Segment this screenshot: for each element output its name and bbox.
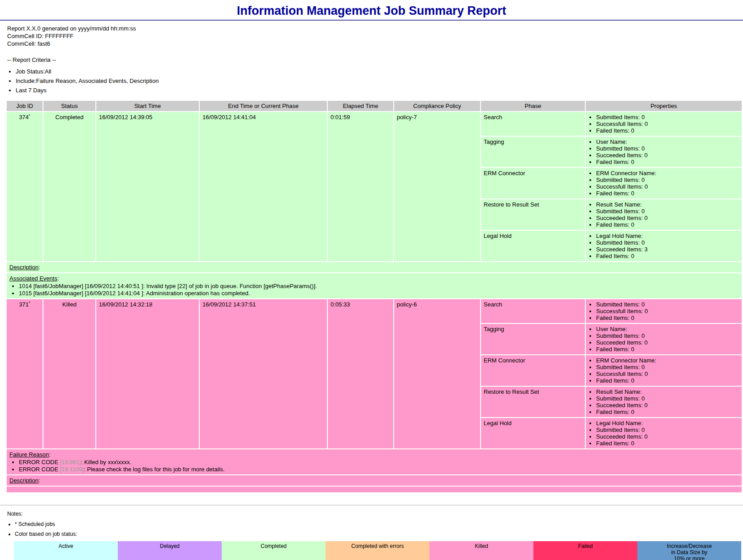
error-code-value: [19:1109] (60, 466, 84, 473)
event-item: 1015 [fast6/JobManager] [16/09/2012 14:4… (19, 290, 739, 297)
note-item: Color based on job status: (15, 531, 743, 537)
phase-cell: Tagging (481, 324, 585, 354)
property-item: Result Set Name: (596, 388, 739, 395)
end-time-cell: 16/09/2012 14:41:04 (200, 112, 327, 261)
property-item: ERM Connector Name: (596, 170, 739, 177)
property-item: User Name: (596, 326, 739, 332)
property-item: Succeeded Items: 0 (596, 402, 739, 409)
properties-list: ERM Connector Name:Submitted Items: 0Suc… (596, 170, 739, 197)
properties-cell: Legal Hold Name:Submitted Items: 0Succee… (586, 231, 742, 261)
failure-item: ERROR CODE [19:1109]: Please check the l… (19, 466, 739, 473)
property-item: Successfull Items: 0 (596, 308, 739, 314)
properties-cell: ERM Connector Name:Submitted Items: 0Suc… (586, 355, 742, 386)
property-item: ERM Connector Name: (596, 357, 739, 364)
property-item: Submitted Items: 0 (596, 145, 739, 152)
job-row-371: 371* Killed 16/09/2012 14:32:18 16/09/20… (7, 299, 742, 323)
failure-reason-band: Failure Reason: ERROR CODE [19:861]: Kil… (7, 449, 742, 474)
col-header-compliance-policy: Compliance Policy (394, 101, 480, 111)
legend-box-completed-with-errors: Completed with errors (326, 541, 429, 560)
error-message: : Please check the log files for this jo… (84, 466, 224, 473)
empty-band (7, 487, 742, 492)
report-criteria-list: Job Status:AllInclude:Failure Reason, As… (16, 69, 743, 93)
job-id-value: 371 (19, 301, 29, 308)
property-item: Submitted Items: 0 (596, 208, 739, 215)
properties-cell: ERM Connector Name:Submitted Items: 0Suc… (586, 168, 742, 198)
description-label: Description (9, 477, 39, 484)
phase-cell: Legal Hold (481, 231, 585, 261)
property-item: Succeeded Items: 0 (596, 339, 739, 346)
job-id-value: 374 (19, 114, 29, 121)
elapsed-time-cell: 0:05:33 (328, 299, 393, 448)
properties-list: Result Set Name:Submitted Items: 0Succee… (596, 388, 739, 415)
property-item: Failed Items: 0 (596, 190, 739, 197)
error-message: : Killed by xxx\xxxx. (81, 459, 132, 465)
report-version-line: Report X.X.0 generated on yyyy/mm/dd hh:… (7, 25, 743, 32)
label-colon: : (49, 451, 51, 458)
report-meta: Report X.X.0 generated on yyyy/mm/dd hh:… (7, 25, 743, 47)
properties-cell: User Name:Submitted Items: 0Succeeded It… (586, 324, 742, 354)
event-item: 1014 [fast6/JobManager] [16/09/2012 14:4… (19, 283, 739, 290)
description-row: Description: (7, 475, 742, 486)
property-item: Successfull Items: 0 (596, 370, 739, 377)
property-item: Submitted Items: 0 (596, 114, 739, 121)
associated-events-row: Associated Events: 1014 [fast6/JobManage… (7, 273, 742, 298)
properties-cell: Result Set Name:Submitted Items: 0Succee… (586, 387, 742, 417)
properties-cell: Result Set Name:Submitted Items: 0Succee… (586, 199, 742, 230)
legend-box-data-size-change: Increase/Decrease in Data Size by 10% or… (637, 541, 741, 560)
col-header-job-id: Job ID (7, 101, 43, 111)
notes-divider (0, 505, 743, 505)
property-item: User Name: (596, 138, 739, 145)
property-item: Failed Items: 0 (596, 377, 739, 384)
property-item: Failed Items: 0 (596, 127, 739, 134)
col-header-phase: Phase (481, 101, 585, 111)
notes-list: * Scheduled jobsColor based on job statu… (15, 521, 743, 537)
col-header-elapsed-time: Elapsed Time (328, 101, 393, 111)
failure-reason-list: ERROR CODE [19:861]: Killed by xxx\xxxx.… (19, 459, 739, 473)
properties-list: Legal Hold Name:Submitted Items: 0Succee… (596, 233, 739, 259)
failure-item: ERROR CODE [19:861]: Killed by xxx\xxxx. (19, 459, 739, 466)
scheduled-marker: * (29, 301, 30, 305)
property-item: Successfull Items: 0 (596, 121, 739, 127)
phase-cell: ERM Connector (481, 168, 585, 198)
criteria-item: Include:Failure Reason, Associated Event… (16, 78, 743, 84)
label-colon: : (39, 264, 40, 271)
phase-cell: Restore to Result Set (481, 199, 585, 230)
label-colon: : (57, 275, 59, 282)
property-item: Submitted Items: 0 (596, 395, 739, 402)
legend-box-failed: Failed (533, 541, 637, 560)
job-id-cell: 371* (7, 299, 43, 448)
spacer-row (7, 487, 742, 492)
compliance-policy-cell: policy-7 (394, 112, 480, 261)
legend-box-delayed: Delayed (118, 541, 222, 560)
status-cell: Completed (43, 112, 95, 261)
end-time-cell: 16/09/2012 14:37:51 (200, 299, 327, 448)
status-cell: Killed (43, 299, 95, 448)
scheduled-marker: * (29, 113, 30, 118)
property-item: Legal Hold Name: (596, 420, 739, 426)
associated-events-label: Associated Events (9, 275, 57, 282)
error-code-value: [19:861] (60, 459, 81, 465)
properties-cell: Submitted Items: 0Successfull Items: 0Fa… (586, 112, 742, 136)
properties-list: Submitted Items: 0Successfull Items: 0Fa… (596, 114, 739, 134)
start-time-cell: 16/09/2012 14:39:05 (96, 112, 199, 261)
description-row: Description: (7, 262, 742, 272)
job-id-cell: 374* (7, 112, 43, 261)
compliance-policy-cell: policy-6 (394, 299, 480, 448)
table-header-row: Job ID Status Start Time End Time or Cur… (7, 101, 742, 111)
status-color-legend: Active Delayed Completed Completed with … (14, 541, 741, 560)
properties-list: ERM Connector Name:Submitted Items: 0Suc… (596, 357, 739, 384)
notes-heading: Notes: (7, 511, 743, 517)
col-header-end-time: End Time or Current Phase (200, 101, 327, 111)
col-header-properties: Properties (586, 101, 742, 111)
property-item: Submitted Items: 0 (596, 239, 739, 246)
phase-cell: Search (481, 112, 585, 136)
commcell-id-line: CommCell ID: FFFFFFFF (7, 33, 743, 40)
properties-list: Legal Hold Name:Submitted Items: 0Succee… (596, 420, 739, 447)
property-item: Succeeded Items: 0 (596, 215, 739, 221)
col-header-start-time: Start Time (96, 101, 199, 111)
property-item: Failed Items: 0 (596, 440, 739, 447)
label-colon: : (39, 477, 40, 484)
property-item: Successfull Items: 0 (596, 183, 739, 190)
property-item: Submitted Items: 0 (596, 426, 739, 433)
property-item: Failed Items: 0 (596, 314, 739, 321)
